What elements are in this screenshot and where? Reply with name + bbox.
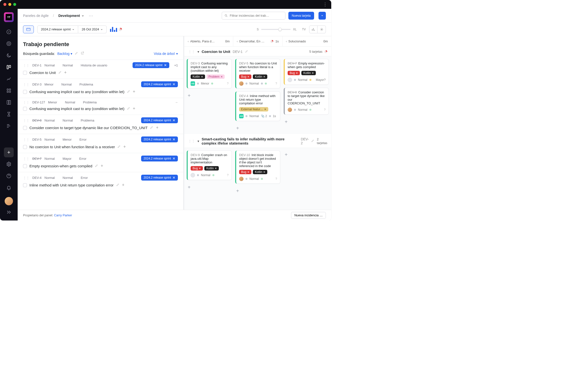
more-icon[interactable]: ⋯: [89, 13, 93, 18]
issue-id[interactable]: DEV-3: [32, 82, 42, 86]
card[interactable]: DEV-7Empty expression-when gets compiled…: [284, 59, 329, 85]
drag-handle-icon[interactable]: ⋮⋮: [23, 176, 30, 180]
edit-icon[interactable]: [127, 90, 130, 94]
remove-tag-icon[interactable]: ✕: [172, 156, 176, 160]
add-icon[interactable]: +: [101, 164, 104, 168]
issue-title[interactable]: Empty expression-when gets compiled: [30, 164, 92, 168]
add-icon[interactable]: +: [133, 106, 136, 111]
add-card-button[interactable]: +: [187, 92, 232, 100]
backlog-row[interactable]: ⋮⋮ DEV-127 MenorNormalProblema → Confusi…: [18, 98, 183, 115]
board-column[interactable]: DEV-9Compiler crash on java.util.Map imp…: [187, 150, 232, 195]
nav-board-icon[interactable]: [4, 62, 14, 72]
card-tag[interactable]: Kotlin ✕: [253, 170, 267, 174]
nav-reports-icon[interactable]: [4, 74, 14, 84]
board-column[interactable]: DEV-5No coercion to Unit when function l…: [235, 59, 280, 132]
issue-id[interactable]: DEV-8: [32, 118, 42, 122]
card-tag[interactable]: Bug ✕: [239, 170, 251, 174]
sidebar-add-button[interactable]: +: [4, 148, 14, 157]
chevron-down-icon[interactable]: ▾: [198, 139, 199, 143]
edit-icon[interactable]: [311, 139, 314, 143]
remove-tag-icon[interactable]: ✕: [264, 108, 266, 111]
card-tag[interactable]: Bug ✕: [288, 71, 300, 75]
sprint-selector[interactable]: 2024.2 release sprint: [37, 26, 78, 33]
drag-handle-icon[interactable]: ⋮⋮: [188, 50, 195, 54]
saved-search-link[interactable]: Backlog ▾: [57, 52, 72, 56]
close-window[interactable]: [4, 3, 6, 6]
column-header[interactable]: ‹Solucionado0m: [282, 36, 331, 46]
add-card-button[interactable]: +: [284, 118, 329, 126]
tv-mode[interactable]: TV: [302, 28, 306, 31]
nav-apps-icon[interactable]: [4, 86, 14, 96]
board-column[interactable]: DEV-10Init block inside object doesn't g…: [235, 150, 280, 195]
card-size-slider[interactable]: [261, 29, 290, 30]
board-settings-button[interactable]: [318, 26, 326, 33]
edit-icon[interactable]: [150, 126, 153, 130]
card-tag[interactable]: Problem ✕: [206, 74, 225, 79]
owner-link[interactable]: Carry Parker: [54, 214, 72, 217]
remove-tag-icon[interactable]: ✕: [247, 170, 250, 174]
card-id[interactable]: DEV-8: [288, 90, 297, 94]
nav-gantt-icon[interactable]: [4, 121, 14, 131]
sprint-tag[interactable]: 2024.2 release sprint ✕: [141, 156, 178, 162]
row-checkbox[interactable]: [23, 183, 27, 187]
card-tag[interactable]: Bug ✕: [239, 74, 251, 79]
question-icon[interactable]: ?: [227, 174, 228, 177]
issue-title[interactable]: Coercion to Unit: [30, 70, 56, 75]
search-input[interactable]: [230, 14, 283, 18]
remove-tag-icon[interactable]: ✕: [312, 72, 314, 75]
board-column[interactable]: DEV-7Empty expression-when gets compiled…: [284, 59, 329, 132]
issue-id[interactable]: DEV-5: [32, 138, 42, 141]
row-checkbox[interactable]: [23, 145, 27, 149]
column-header[interactable]: ‹Abierto, Para d…0m: [184, 36, 233, 46]
remove-tag-icon[interactable]: ✕: [172, 176, 176, 180]
card-id[interactable]: DEV-3: [190, 62, 200, 65]
issue-title[interactable]: No coercion to Unit when function litera…: [30, 145, 115, 149]
column-header[interactable]: ‹Desarrollar, En …1s: [233, 36, 282, 46]
add-icon[interactable]: +: [122, 182, 125, 188]
view-chart-button[interactable]: [309, 26, 318, 33]
nav-timetrack-icon[interactable]: [4, 109, 14, 119]
issue-id[interactable]: DEV-7: [32, 157, 42, 160]
help-icon[interactable]: [4, 171, 14, 181]
backlog-toggle-button[interactable]: [23, 26, 34, 33]
add-card-button[interactable]: +: [235, 187, 280, 195]
backlog-row[interactable]: ⋮⋮ DEV-4 NormalNormalError 2024.2 releas…: [18, 172, 183, 191]
remove-tag-icon[interactable]: ✕: [263, 170, 265, 174]
backlog-row[interactable]: ⋮⋮ DEV-3 MenorNormalProblema 2024.2 rele…: [18, 79, 183, 98]
issue-title[interactable]: Confusing warning implicit cast to any (…: [30, 106, 124, 111]
sprint-tag[interactable]: 2024.2 release sprint ✕: [141, 81, 178, 87]
add-card-button[interactable]: +: [235, 124, 280, 132]
row-checkbox[interactable]: [23, 107, 27, 111]
remove-tag-icon[interactable]: ✕: [247, 75, 250, 78]
board-column[interactable]: +: [284, 150, 329, 195]
drag-handle-icon[interactable]: ⋮⋮: [23, 138, 30, 141]
card-id[interactable]: DEV-10: [239, 153, 250, 157]
collapse-icon[interactable]: [4, 207, 14, 217]
nav-ring-icon[interactable]: [4, 39, 14, 48]
swimlane-header[interactable]: ⋮⋮ ▾ Smart-casting fails to infer nullab…: [184, 134, 331, 148]
add-icon[interactable]: +: [156, 125, 158, 130]
sprint-tag[interactable]: 2024.2 release sprint ✕: [141, 136, 178, 142]
new-card-button[interactable]: Nueva tarjeta: [288, 12, 314, 20]
row-checkbox[interactable]: [23, 71, 27, 75]
breadcrumb-root[interactable]: Paneles de Agile: [23, 14, 48, 18]
remove-tag-icon[interactable]: ✕: [199, 167, 201, 170]
sprint-tag[interactable]: 2024.2 release sprint ✕: [141, 175, 178, 180]
new-issue-button[interactable]: Nueva incidencia …: [291, 212, 326, 219]
card-tag[interactable]: External featur… ✕: [239, 107, 268, 112]
swimlane-header[interactable]: ⋮⋮ ▾ Coercion to Unit DEV-1 5 tarjetas: [184, 46, 331, 56]
remove-tag-icon[interactable]: ✕: [164, 63, 167, 67]
drag-handle-icon[interactable]: ⋮⋮: [188, 139, 195, 143]
card-tag[interactable]: Kotlin ✕: [253, 74, 267, 79]
issue-title[interactable]: Consider coercion to target type dynamic…: [30, 126, 148, 130]
remove-tag-icon[interactable]: ✕: [172, 118, 176, 122]
add-card-button[interactable]: +: [187, 183, 232, 192]
edit-icon[interactable]: [116, 183, 120, 187]
date-selector[interactable]: 26 Oct 2024: [78, 26, 106, 33]
sprint-tag[interactable]: 2024.2 release sprint ✕: [141, 117, 178, 123]
chevron-down-icon[interactable]: ▾: [198, 50, 199, 54]
swimlane-id[interactable]: DEV-1: [233, 50, 242, 54]
nav-docs-icon[interactable]: [4, 98, 14, 107]
backlog-row[interactable]: ⋮⋮ DEV-5 NormalMenorError 2024.2 release…: [18, 134, 183, 153]
row-checkbox[interactable]: [23, 90, 27, 94]
